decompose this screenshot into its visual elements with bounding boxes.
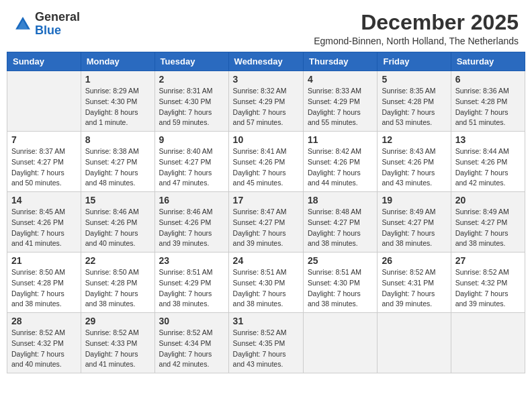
calendar-week-row: 1Sunrise: 8:29 AMSunset: 4:30 PMDaylight… xyxy=(7,71,525,132)
weekday-header-friday: Friday xyxy=(378,52,451,71)
day-info: Sunrise: 8:51 AMSunset: 4:29 PMDaylight:… xyxy=(159,267,224,310)
day-number: 27 xyxy=(455,255,521,266)
day-number: 7 xyxy=(11,134,77,145)
calendar-week-row: 28Sunrise: 8:52 AMSunset: 4:32 PMDayligh… xyxy=(7,313,525,373)
day-info: Sunrise: 8:52 AMSunset: 4:32 PMDaylight:… xyxy=(11,328,77,370)
calendar-cell: 5Sunrise: 8:35 AMSunset: 4:28 PMDaylight… xyxy=(378,71,451,132)
day-info: Sunrise: 8:47 AMSunset: 4:27 PMDaylight:… xyxy=(233,207,299,249)
calendar-cell: 17Sunrise: 8:47 AMSunset: 4:27 PMDayligh… xyxy=(228,192,303,253)
calendar-cell: 20Sunrise: 8:49 AMSunset: 4:27 PMDayligh… xyxy=(451,192,525,253)
day-number: 14 xyxy=(11,195,77,205)
day-info: Sunrise: 8:52 AMSunset: 4:31 PMDaylight:… xyxy=(382,267,446,310)
day-info: Sunrise: 8:38 AMSunset: 4:27 PMDaylight:… xyxy=(85,146,150,189)
day-info: Sunrise: 8:52 AMSunset: 4:33 PMDaylight:… xyxy=(85,328,150,370)
day-number: 8 xyxy=(85,134,150,145)
day-number: 6 xyxy=(455,74,521,85)
location-subtitle: Egmond-Binnen, North Holland, The Nether… xyxy=(314,36,519,46)
day-info: Sunrise: 8:33 AMSunset: 4:29 PMDaylight:… xyxy=(308,86,373,128)
calendar-cell: 28Sunrise: 8:52 AMSunset: 4:32 PMDayligh… xyxy=(7,313,81,373)
calendar-cell: 19Sunrise: 8:49 AMSunset: 4:27 PMDayligh… xyxy=(378,192,451,253)
weekday-header-wednesday: Wednesday xyxy=(228,52,303,71)
day-number: 4 xyxy=(308,74,373,85)
day-info: Sunrise: 8:29 AMSunset: 4:30 PMDaylight:… xyxy=(85,86,150,128)
day-info: Sunrise: 8:45 AMSunset: 4:26 PMDaylight:… xyxy=(11,207,77,249)
calendar-cell: 23Sunrise: 8:51 AMSunset: 4:29 PMDayligh… xyxy=(154,253,228,313)
day-info: Sunrise: 8:51 AMSunset: 4:30 PMDaylight:… xyxy=(308,267,373,310)
day-number: 10 xyxy=(233,134,299,145)
calendar-cell: 21Sunrise: 8:50 AMSunset: 4:28 PMDayligh… xyxy=(7,253,81,313)
calendar-cell: 16Sunrise: 8:46 AMSunset: 4:26 PMDayligh… xyxy=(154,192,228,253)
day-number: 18 xyxy=(308,195,373,205)
day-number: 26 xyxy=(382,255,446,266)
calendar-cell: 10Sunrise: 8:41 AMSunset: 4:26 PMDayligh… xyxy=(228,132,303,192)
calendar-cell: 4Sunrise: 8:33 AMSunset: 4:29 PMDaylight… xyxy=(304,71,378,132)
logo-general: General xyxy=(35,10,80,24)
day-number: 9 xyxy=(159,134,224,145)
calendar-cell: 26Sunrise: 8:52 AMSunset: 4:31 PMDayligh… xyxy=(378,253,451,313)
day-number: 23 xyxy=(159,255,224,266)
day-info: Sunrise: 8:41 AMSunset: 4:26 PMDaylight:… xyxy=(233,146,299,189)
calendar-cell: 6Sunrise: 8:36 AMSunset: 4:28 PMDaylight… xyxy=(451,71,525,132)
day-info: Sunrise: 8:50 AMSunset: 4:28 PMDaylight:… xyxy=(11,267,77,310)
day-info: Sunrise: 8:51 AMSunset: 4:30 PMDaylight:… xyxy=(233,267,299,310)
day-info: Sunrise: 8:46 AMSunset: 4:26 PMDaylight:… xyxy=(85,207,150,249)
day-info: Sunrise: 8:32 AMSunset: 4:29 PMDaylight:… xyxy=(233,86,299,128)
calendar-week-row: 21Sunrise: 8:50 AMSunset: 4:28 PMDayligh… xyxy=(7,253,525,313)
calendar-cell: 14Sunrise: 8:45 AMSunset: 4:26 PMDayligh… xyxy=(7,192,81,253)
calendar-table: SundayMondayTuesdayWednesdayThursdayFrid… xyxy=(7,52,525,373)
weekday-header-tuesday: Tuesday xyxy=(154,52,228,71)
day-info: Sunrise: 8:52 AMSunset: 4:32 PMDaylight:… xyxy=(455,267,521,310)
calendar-cell: 15Sunrise: 8:46 AMSunset: 4:26 PMDayligh… xyxy=(81,192,154,253)
logo: General Blue xyxy=(13,11,80,38)
day-number: 1 xyxy=(85,74,150,85)
calendar-cell: 18Sunrise: 8:48 AMSunset: 4:27 PMDayligh… xyxy=(304,192,378,253)
day-info: Sunrise: 8:43 AMSunset: 4:26 PMDaylight:… xyxy=(382,146,446,189)
day-number: 20 xyxy=(455,195,521,205)
calendar-cell: 13Sunrise: 8:44 AMSunset: 4:26 PMDayligh… xyxy=(451,132,525,192)
day-number: 25 xyxy=(308,255,373,266)
day-number: 28 xyxy=(11,316,77,326)
calendar-cell: 22Sunrise: 8:50 AMSunset: 4:28 PMDayligh… xyxy=(81,253,154,313)
day-info: Sunrise: 8:35 AMSunset: 4:28 PMDaylight:… xyxy=(382,86,446,128)
day-number: 22 xyxy=(85,255,150,266)
day-number: 13 xyxy=(455,134,521,145)
calendar-cell: 31Sunrise: 8:52 AMSunset: 4:35 PMDayligh… xyxy=(228,313,303,373)
calendar-cell xyxy=(378,313,451,373)
logo-icon xyxy=(13,15,32,34)
calendar-cell: 27Sunrise: 8:52 AMSunset: 4:32 PMDayligh… xyxy=(451,253,525,313)
day-info: Sunrise: 8:46 AMSunset: 4:26 PMDaylight:… xyxy=(159,207,224,249)
weekday-header-monday: Monday xyxy=(81,52,154,71)
weekday-header-saturday: Saturday xyxy=(451,52,525,71)
day-number: 5 xyxy=(382,74,446,85)
calendar-cell: 25Sunrise: 8:51 AMSunset: 4:30 PMDayligh… xyxy=(304,253,378,313)
day-number: 3 xyxy=(233,74,299,85)
calendar-cell: 2Sunrise: 8:31 AMSunset: 4:30 PMDaylight… xyxy=(154,71,228,132)
day-number: 29 xyxy=(85,316,150,326)
calendar-cell: 7Sunrise: 8:37 AMSunset: 4:27 PMDaylight… xyxy=(7,132,81,192)
day-info: Sunrise: 8:40 AMSunset: 4:27 PMDaylight:… xyxy=(159,146,224,189)
calendar-cell: 24Sunrise: 8:51 AMSunset: 4:30 PMDayligh… xyxy=(228,253,303,313)
day-number: 19 xyxy=(382,195,446,205)
day-info: Sunrise: 8:44 AMSunset: 4:26 PMDaylight:… xyxy=(455,146,521,189)
calendar-cell: 12Sunrise: 8:43 AMSunset: 4:26 PMDayligh… xyxy=(378,132,451,192)
day-info: Sunrise: 8:48 AMSunset: 4:27 PMDaylight:… xyxy=(308,207,373,249)
calendar-cell: 29Sunrise: 8:52 AMSunset: 4:33 PMDayligh… xyxy=(81,313,154,373)
calendar-cell: 1Sunrise: 8:29 AMSunset: 4:30 PMDaylight… xyxy=(81,71,154,132)
month-title: December 2025 xyxy=(314,11,519,34)
weekday-header-sunday: Sunday xyxy=(7,52,81,71)
day-number: 17 xyxy=(233,195,299,205)
day-number: 24 xyxy=(233,255,299,266)
day-info: Sunrise: 8:52 AMSunset: 4:34 PMDaylight:… xyxy=(159,328,224,370)
calendar-week-row: 14Sunrise: 8:45 AMSunset: 4:26 PMDayligh… xyxy=(7,192,525,253)
weekday-header-thursday: Thursday xyxy=(304,52,378,71)
calendar-cell xyxy=(7,71,81,132)
calendar-cell: 9Sunrise: 8:40 AMSunset: 4:27 PMDaylight… xyxy=(154,132,228,192)
day-info: Sunrise: 8:52 AMSunset: 4:35 PMDaylight:… xyxy=(233,328,299,370)
logo-blue: Blue xyxy=(35,24,61,37)
calendar-cell: 3Sunrise: 8:32 AMSunset: 4:29 PMDaylight… xyxy=(228,71,303,132)
title-block: December 2025 Egmond-Binnen, North Holla… xyxy=(314,11,519,46)
calendar-cell xyxy=(304,313,378,373)
day-number: 31 xyxy=(233,316,299,326)
calendar-cell xyxy=(451,313,525,373)
day-info: Sunrise: 8:42 AMSunset: 4:26 PMDaylight:… xyxy=(308,146,373,189)
